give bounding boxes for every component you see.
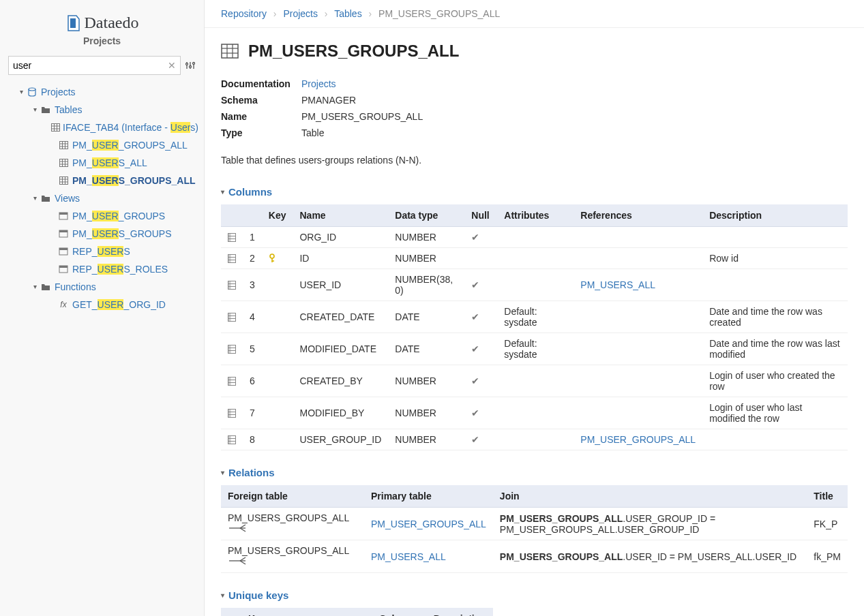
column-name: ID — [293, 248, 388, 269]
tree-folder-views[interactable]: ▾ Views — [5, 189, 198, 207]
th-desc: Description — [702, 204, 848, 227]
filter-icon[interactable] — [185, 60, 196, 71]
primary-table-link[interactable]: PM_USER_GROUPS_ALL — [371, 519, 486, 529]
relation-foreign: PM_USERS_GROUPS_ALL — [221, 508, 364, 540]
svg-rect-53 — [228, 281, 231, 289]
database-icon — [26, 87, 38, 97]
caret-icon[interactable]: ▾ — [30, 194, 40, 202]
table-icon — [51, 123, 60, 132]
svg-rect-69 — [228, 409, 231, 417]
column-null: ✔ — [464, 269, 497, 301]
column-null: ✔ — [464, 397, 497, 429]
table-row[interactable]: 7MODIFIED_BYNUMBER✔Login of user who las… — [221, 397, 848, 429]
tree-item[interactable]: REP_USERS — [5, 243, 198, 260]
caret-icon[interactable]: ▾ — [16, 88, 26, 95]
meta-link[interactable]: Projects — [301, 78, 336, 89]
tree-item[interactable]: IFACE_TAB4 (Interface - Users) — [5, 119, 198, 136]
section-uniquekeys-header[interactable]: ▾ Unique keys — [221, 589, 848, 601]
caret-icon[interactable]: ▾ — [30, 106, 40, 113]
svg-line-81 — [240, 557, 245, 561]
column-type: NUMBER(38, 0) — [388, 269, 464, 301]
tree-folder-functions[interactable]: ▾ Functions — [5, 278, 198, 296]
table-row[interactable]: PM_USERS_GROUPS_ALL PM_USER_GROUPS_ALLPM… — [221, 508, 848, 540]
check-icon: ✔ — [471, 375, 479, 386]
tree-item[interactable]: PM_USER_GROUPS_ALL — [5, 136, 198, 154]
svg-point-7 — [29, 88, 35, 91]
folder-icon — [40, 106, 52, 114]
table-row[interactable]: 4CREATED_DATEDATE✔Default: sysdateDate a… — [221, 301, 848, 333]
column-number: 3 — [243, 269, 262, 301]
th-num — [243, 204, 262, 227]
search-input[interactable] — [13, 60, 168, 71]
table-row[interactable]: 3USER_IDNUMBER(38, 0)✔PM_USERS_ALL — [221, 269, 848, 301]
th-type: Data type — [388, 204, 464, 227]
section-relations-header[interactable]: ▾ Relations — [221, 467, 848, 478]
column-attr — [497, 248, 573, 269]
column-name: MODIFIED_BY — [293, 397, 388, 429]
column-type: DATE — [388, 301, 464, 333]
column-name: CREATED_BY — [293, 365, 388, 397]
table-row[interactable]: 8USER_GROUP_IDNUMBER✔PM_USER_GROUPS_ALL — [221, 429, 848, 450]
primary-table-link[interactable]: PM_USERS_ALL — [371, 551, 446, 562]
check-icon: ✔ — [471, 232, 479, 243]
view-icon — [57, 230, 70, 238]
svg-rect-0 — [70, 18, 76, 28]
column-name: USER_GROUP_ID — [293, 429, 388, 450]
column-attr — [497, 365, 573, 397]
tree-label: PM_USERS_GROUPS — [72, 228, 172, 239]
tree-item[interactable]: fxGET_USER_ORG_ID — [5, 296, 198, 313]
breadcrumb-link[interactable]: Tables — [334, 8, 361, 19]
svg-rect-61 — [228, 345, 231, 353]
search-row: ✕ — [0, 49, 204, 82]
clear-icon[interactable]: ✕ — [168, 60, 176, 71]
folder-icon — [40, 283, 52, 291]
breadcrumb-link[interactable]: Projects — [283, 8, 318, 19]
check-icon: ✔ — [471, 407, 479, 418]
column-desc: Date and time the row was last modified — [702, 333, 848, 365]
key-icon — [269, 253, 286, 263]
th-title: Title — [807, 485, 848, 508]
column-desc: Login of user who last modified the row — [702, 397, 848, 429]
tree-item[interactable]: REP_USERS_ROLES — [5, 260, 198, 278]
column-desc — [702, 227, 848, 248]
column-name: MODIFIED_DATE — [293, 333, 388, 365]
tree-label: Projects — [41, 87, 76, 97]
table-row[interactable]: 1ORG_IDNUMBER✔ — [221, 227, 848, 248]
table-row[interactable]: 6CREATED_BYNUMBER✔Login of user who crea… — [221, 365, 848, 397]
search-box[interactable]: ✕ — [8, 56, 181, 75]
section-columns-header[interactable]: ▾ Columns — [221, 186, 848, 198]
tree-item[interactable]: PM_USER_GROUPS — [5, 207, 198, 225]
column-icon — [221, 365, 243, 397]
column-desc — [702, 269, 848, 301]
logo: Dataedo — [65, 14, 139, 32]
tree-label: REP_USERS — [72, 246, 130, 257]
view-icon — [57, 265, 70, 273]
th-foreign: Foreign table — [221, 485, 364, 508]
reference-link[interactable]: PM_USERS_ALL — [580, 279, 655, 290]
column-null — [464, 248, 497, 269]
table-row[interactable]: PM_USERS_GROUPS_ALL PM_USERS_ALLPM_USERS… — [221, 540, 848, 573]
column-null: ✔ — [464, 227, 497, 248]
tree-label: Functions — [55, 281, 96, 292]
table-row[interactable]: 5MODIFIED_DATEDATE✔Default: sysdateDate … — [221, 333, 848, 365]
th-icon — [221, 204, 243, 227]
svg-rect-73 — [228, 435, 231, 444]
page-title: PM_USERS_GROUPS_ALL — [248, 42, 459, 61]
table-description: Table that defines users-groups relation… — [221, 155, 848, 166]
caret-icon[interactable]: ▾ — [30, 283, 40, 290]
reference-link[interactable]: PM_USER_GROUPS_ALL — [580, 434, 696, 445]
column-key — [262, 248, 293, 269]
breadcrumb-link[interactable]: Repository — [221, 8, 267, 19]
table-row[interactable]: 2IDNUMBERRow id — [221, 248, 848, 269]
tree-item[interactable]: PM_USERS_GROUPS — [5, 225, 198, 243]
column-name: ORG_ID — [293, 227, 388, 248]
tree-item[interactable]: PM_USERS_ALL — [5, 154, 198, 172]
relation-title: fk_PM — [807, 540, 848, 573]
tree-item[interactable]: PM_USERS_GROUPS_ALL — [5, 172, 198, 189]
tree-root[interactable]: ▾ Projects — [5, 83, 198, 101]
svg-rect-42 — [228, 233, 231, 241]
tree-folder-tables[interactable]: ▾ Tables — [5, 101, 198, 119]
meta-value: PM_USERS_GROUPS_ALL — [301, 111, 423, 122]
column-ref — [573, 333, 702, 365]
column-icon — [221, 397, 243, 429]
